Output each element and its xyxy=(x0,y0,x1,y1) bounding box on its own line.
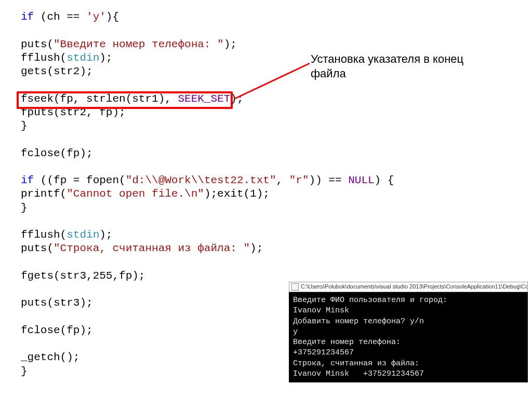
code-text: ); xyxy=(99,52,112,64)
code-text: fflush( xyxy=(21,229,66,241)
macro-null: NULL xyxy=(348,174,374,186)
string-literal: "r" xyxy=(289,174,309,186)
console-output: Введите ФИО пользователя и город: Ivanov… xyxy=(289,292,528,382)
highlight-fseek xyxy=(17,91,233,109)
code-text: fflush( xyxy=(21,52,66,64)
code-text: } xyxy=(21,365,28,377)
code-text: )) == xyxy=(309,174,349,186)
code-text: } xyxy=(21,120,28,132)
annotation-line1: Установка указателя в конец xyxy=(311,52,463,66)
annotation-text: Установка указателя в конец файла xyxy=(311,52,463,80)
code-text: _getch(); xyxy=(21,351,79,363)
console-window: C:\Users\Polubok\documents\visual studio… xyxy=(289,282,528,382)
code-text: fgets(str3,255,fp); xyxy=(21,270,145,282)
code-text: } xyxy=(21,202,28,214)
code-text: , xyxy=(276,174,289,186)
svg-line-0 xyxy=(235,63,310,99)
console-icon xyxy=(291,283,299,291)
code-text: ); xyxy=(99,229,112,241)
identifier-stdin: stdin xyxy=(66,229,99,241)
arrow-annotation xyxy=(233,57,316,109)
annotation-line2: файла xyxy=(311,66,463,81)
identifier-stdin: stdin xyxy=(66,52,99,64)
code-text: fclose(fp); xyxy=(21,147,93,159)
code-text: (ch == xyxy=(34,11,86,23)
kw-if-2: if xyxy=(21,174,34,186)
string-literal: "Строка, считанная из файла: " xyxy=(54,242,250,254)
slide-root: if (ch == 'y'){ puts("Введите номер теле… xyxy=(0,0,532,398)
code-text: ); xyxy=(250,242,263,254)
code-text: ); xyxy=(224,38,237,50)
console-titlebar: C:\Users\Polubok\documents\visual studio… xyxy=(289,282,528,292)
code-text: gets(str2); xyxy=(21,65,93,77)
string-literal: "Cannot open file.\n" xyxy=(66,188,204,200)
code-text: puts(str3); xyxy=(21,297,93,309)
string-literal: "d:\\@Work\\test22.txt" xyxy=(126,174,276,186)
kw-if-1: if xyxy=(21,11,34,23)
code-text: ((fp = fopen( xyxy=(34,174,125,186)
code-text: );exit(1); xyxy=(204,188,270,200)
code-text: puts( xyxy=(21,242,54,254)
code-text: ){ xyxy=(106,11,119,23)
code-text: printf( xyxy=(21,188,66,200)
code-text: fclose(fp); xyxy=(21,324,93,336)
code-text: puts( xyxy=(21,38,54,50)
char-literal: 'y' xyxy=(86,11,106,23)
string-literal: "Введите номер телефона: " xyxy=(54,38,224,50)
console-title-text: C:\Users\Polubok\documents\visual studio… xyxy=(301,283,528,291)
code-text: ) { xyxy=(375,174,394,186)
